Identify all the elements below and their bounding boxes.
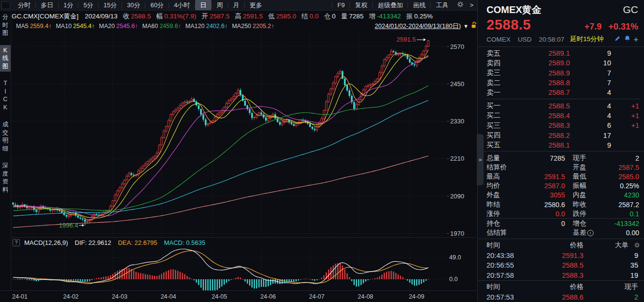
instrument-info-row: GC.CMX[COMEX黄金] 2024/09/13 收2588.5幅0.31%… xyxy=(12,11,477,22)
info-field-label: 低 xyxy=(268,12,275,21)
x-axis-label-24-06: 24-06 xyxy=(260,293,276,300)
stat-label: 估结算 xyxy=(487,228,517,237)
x-axis-label-24-04: 24-04 xyxy=(160,293,176,300)
stat-value: 3055 xyxy=(517,191,565,199)
expand-arrow[interactable]: > xyxy=(468,1,477,9)
svg-text:2090: 2090 xyxy=(450,193,464,200)
order-book-row-ask-2[interactable]: 卖四2589.010 xyxy=(487,58,640,68)
price-change: +7.9 xyxy=(584,22,602,32)
sidebar-gap xyxy=(0,113,11,119)
order-book-row-bid-5[interactable]: 买五2588.19 xyxy=(487,140,640,150)
info-field-label: 收 xyxy=(123,12,130,21)
x-axis-label-24-01: 24-01 xyxy=(12,293,28,300)
ma-value: 2402.6↑ xyxy=(206,23,227,30)
stats: 总量7285现手2结算价开盘2587.5最高2591.5最低2585.0均价25… xyxy=(478,151,644,239)
level-delta: +1 xyxy=(611,112,640,120)
app-icon[interactable] xyxy=(1,1,10,9)
svg-text:2570: 2570 xyxy=(450,43,464,50)
level-label: 卖四 xyxy=(487,59,517,68)
toolbar-action-4[interactable]: 画线 xyxy=(408,1,430,10)
order-book-row-ask-1[interactable]: 卖五2589.19 xyxy=(487,48,640,58)
big-order-row-2[interactable]: 20:56:552588.535 xyxy=(487,260,640,271)
help-icon[interactable]: ? xyxy=(13,239,20,246)
info-field-value: 0.0 xyxy=(310,13,319,20)
symbol-label: GC.CMX[COMEX黄金] xyxy=(12,12,79,21)
add-plus-icon[interactable]: + xyxy=(634,36,638,43)
level-qty: 17 xyxy=(570,132,611,139)
sidebar-item-3[interactable]: TICK xyxy=(0,78,11,113)
macd-chart[interactable]: 49.00.0 xyxy=(11,247,477,290)
period-tab-5[interactable]: 15分 xyxy=(98,0,121,10)
big-order-row-1[interactable]: 20:43:382591.39 xyxy=(487,251,640,261)
period-tab-10[interactable]: 周 xyxy=(212,0,228,10)
svg-text:2210: 2210 xyxy=(450,155,464,162)
x-axis-label-24-08: 24-08 xyxy=(358,293,373,300)
level-price: 2588.2 xyxy=(517,132,570,139)
period-tab-8[interactable]: 4小时 xyxy=(169,0,195,10)
toolbar-action-2[interactable]: 复权 xyxy=(350,1,372,10)
toolbar-action-1[interactable]: F9 xyxy=(332,1,349,9)
unlock-icon[interactable] xyxy=(471,22,477,30)
order-book-row-bid-1[interactable]: 买一2588.54+1 xyxy=(487,101,640,110)
level-price: 2588.1 xyxy=(517,141,570,149)
period-tab-12[interactable]: 更多 xyxy=(245,0,267,10)
edit-pencil-icon[interactable] xyxy=(614,35,621,43)
stat-row-9: 估结算基差i0.00 xyxy=(487,228,640,237)
order-book-row-bid-2[interactable]: 买二2588.44+1 xyxy=(487,111,640,121)
macd-indicator-label[interactable]: MACD(12,26,9) xyxy=(24,239,68,246)
macd-dea-value: DEA: 22.6795 xyxy=(118,239,157,246)
info-field-value: 0 xyxy=(332,13,336,20)
sidebar-item-5[interactable]: 深度资料 xyxy=(0,160,11,195)
col-price: 价格 xyxy=(533,241,583,250)
trading-app: 分时多日1分5分15分30分60分4小时日周月更多 F9复权超级叠加画线工具 >… xyxy=(0,0,644,302)
chevron-down-icon[interactable]: ▼ xyxy=(463,23,469,29)
period-tab-1[interactable]: 分时 xyxy=(13,0,35,10)
alert-bell-icon[interactable] xyxy=(624,35,630,43)
period-tab-7[interactable]: 60分 xyxy=(145,0,168,10)
period-tab-2[interactable]: 多日 xyxy=(36,0,58,10)
period-tab-3[interactable]: 1分 xyxy=(59,0,78,10)
instrument-code: GC xyxy=(623,4,639,15)
level-label: 买四 xyxy=(487,131,517,140)
info-circle-icon: i xyxy=(587,230,594,236)
order-book-row-ask-4[interactable]: 卖二2588.87 xyxy=(487,78,640,88)
candlestick-chart[interactable]: 2570245023302210209019702591.51996.4 xyxy=(11,30,477,237)
stat-label: 最高 xyxy=(487,172,517,181)
settings-gear-icon[interactable] xyxy=(453,1,468,9)
stat-value: 2585.0 xyxy=(604,173,640,181)
order-book-row-bid-3[interactable]: 买三2588.36+1 xyxy=(487,121,640,130)
panel-collapse-handle[interactable]: » xyxy=(477,134,484,185)
trade-time: 20:43:38 xyxy=(487,252,533,259)
sidebar-item-4[interactable]: 成交明细 xyxy=(0,119,11,154)
tick-trade-row-1[interactable]: 20:57:532588.62 xyxy=(487,292,640,302)
info-field-value: 2587.5 xyxy=(209,13,229,20)
level-qty: 9 xyxy=(570,141,611,149)
toolbar-action-5[interactable]: 工具 xyxy=(431,1,453,10)
order-book-row-ask-3[interactable]: 卖三2588.97 xyxy=(487,68,640,78)
period-tab-9[interactable]: 日 xyxy=(195,0,211,10)
sidebar: 分时图K线图TICK成交明细深度资料 xyxy=(0,12,11,290)
period-tab-6[interactable]: 30分 xyxy=(122,0,145,10)
order-book-row-ask-5[interactable]: 卖一2588.74 xyxy=(487,88,640,97)
level-label: 卖五 xyxy=(487,49,517,58)
info-field-value: 2591.5 xyxy=(243,13,263,20)
trades-gear-icon[interactable] xyxy=(632,242,640,248)
period-tab-11[interactable]: 月 xyxy=(228,0,244,10)
big-order-row-3[interactable]: 20:57:582588.319 xyxy=(487,271,640,281)
level-price: 2588.5 xyxy=(517,102,570,110)
date-range-link[interactable]: 2024/01/02-2024/09/13(180日) xyxy=(375,22,461,30)
macd-macd-value: MACD: 0.5635 xyxy=(164,239,205,246)
ma-label: MA20 xyxy=(99,23,115,30)
info-field-value: 7285 xyxy=(349,13,363,20)
sidebar-item-1[interactable]: 分时图 xyxy=(0,12,11,39)
svg-text:1996.4: 1996.4 xyxy=(59,222,79,229)
period-tab-4[interactable]: 5分 xyxy=(79,0,98,10)
quote-header: COMEX黄金 GC 2588.5 +7.9 +0.31% COMEX USD … xyxy=(478,0,644,44)
level-price: 2588.8 xyxy=(517,79,570,87)
order-book-row-bid-4[interactable]: 买四2588.217 xyxy=(487,130,640,140)
x-axis-label-24-09: 24-09 xyxy=(409,293,424,300)
ma-label: MA120 xyxy=(186,23,205,30)
sidebar-item-2[interactable]: K线图 xyxy=(0,45,11,72)
toolbar-action-3[interactable]: 超级叠加 xyxy=(373,1,408,10)
session-date: 2024/09/13 xyxy=(85,13,118,20)
